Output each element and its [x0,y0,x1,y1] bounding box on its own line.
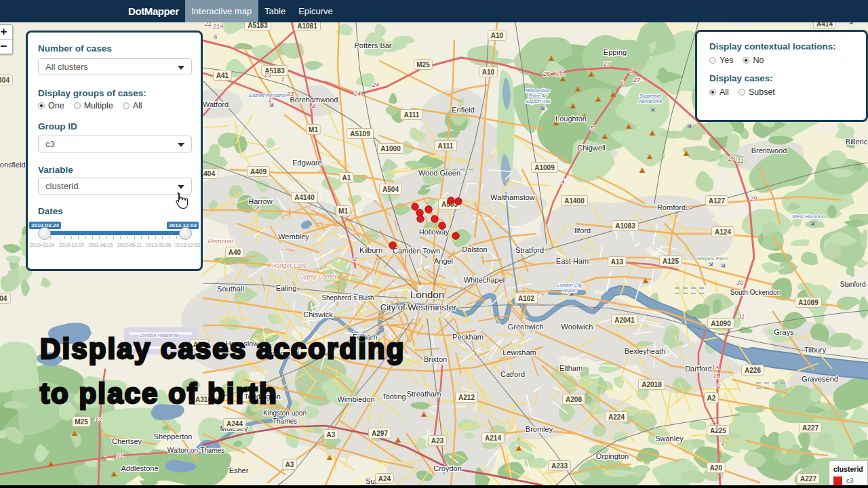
svg-text:24: 24 [353,90,361,97]
svg-text:A404: A404 [0,77,9,84]
svg-text:1: 1 [721,439,724,446]
svg-text:A227: A227 [802,424,818,432]
svg-text:Watford: Watford [203,100,229,108]
svg-text:Southall: Southall [217,285,244,293]
svg-text:6: 6 [629,68,633,75]
svg-text:26: 26 [542,70,550,77]
svg-text:Esher: Esher [229,466,249,474]
svg-text:3: 3 [714,424,717,430]
svg-text:A1089: A1089 [798,299,818,306]
svg-text:Ealing: Ealing [276,284,297,292]
svg-text:Gypsy Corner: Gypsy Corner [299,273,338,280]
svg-text:Brixton: Brixton [424,355,447,363]
svg-text:Support Unit: Support Unit [526,99,551,104]
svg-text:A1081: A1081 [297,22,317,30]
svg-text:A297: A297 [372,430,388,437]
svg-text:Potters Bar: Potters Bar [354,41,391,49]
svg-text:A1090: A1090 [711,320,731,327]
svg-text:Epping: Epping [604,48,627,56]
svg-text:London City: London City [557,283,583,288]
svg-text:Thames: Thames [273,418,297,425]
svg-text:Gravesend: Gravesend [802,375,838,383]
svg-text:Bexleyheath: Bexleyheath [625,347,666,355]
svg-text:1: 1 [268,96,271,103]
svg-text:A102: A102 [518,295,534,302]
svg-text:A1: A1 [342,174,351,182]
svg-text:Wood Green: Wood Green [418,169,460,177]
svg-text:4: 4 [256,205,259,211]
svg-text:London: London [410,289,444,300]
svg-text:Camden Town: Camden Town [393,247,440,255]
svg-text:A5109: A5109 [350,130,370,138]
svg-text:Loughton: Loughton [555,115,587,123]
svg-text:Enfield: Enfield [452,106,475,114]
svg-text:A1083: A1083 [615,222,635,230]
svg-text:Croydon: Croydon [433,464,462,472]
svg-text:1B: 1B [713,373,720,380]
svg-text:A214: A214 [485,434,501,442]
svg-text:A409: A409 [250,168,267,176]
svg-text:Airport: Airport [562,288,578,293]
svg-text:Brentwood: Brentwood [751,146,787,155]
svg-text:A2: A2 [707,394,716,402]
svg-text:Walton-on-Thames: Walton-on-Thames [167,447,225,454]
svg-text:A40: A40 [229,249,241,256]
svg-text:A1009: A1009 [534,164,555,171]
svg-text:A4140: A4140 [294,194,315,201]
svg-text:Whitechapel: Whitechapel [464,276,505,284]
svg-text:Peckham: Peckham [452,333,484,341]
svg-text:M1: M1 [309,126,318,134]
svg-text:27: 27 [603,60,611,67]
svg-text:A227: A227 [800,475,816,483]
svg-text:Addlestone: Addlestone [121,464,158,472]
svg-text:Eltham: Eltham [559,364,583,372]
svg-text:A2018: A2018 [642,381,662,388]
svg-text:M25: M25 [416,61,430,68]
svg-text:South Ockendon: South Ockendon [730,289,781,296]
svg-text:A13: A13 [611,258,624,266]
svg-text:Wembley: Wembley [278,232,309,241]
svg-text:23: 23 [286,91,294,98]
svg-text:Walthamstow: Walthamstow [490,193,535,201]
svg-text:29: 29 [749,195,757,202]
svg-text:A212: A212 [458,394,475,401]
svg-text:Shepherd´s Bush: Shepherd´s Bush [321,294,374,302]
svg-text:6: 6 [214,33,217,40]
svg-text:A23: A23 [431,437,444,445]
svg-text:1A: 1A [711,364,719,371]
svg-text:A125: A125 [663,258,679,265]
svg-text:A3: A3 [327,431,336,439]
svg-text:A1000: A1000 [380,145,401,152]
svg-text:28: 28 [728,155,735,162]
svg-text:Gerpins Farm: Gerpins Farm [696,256,728,262]
svg-text:consfield: consfield [0,161,26,169]
svg-text:Shepperton: Shepperton [154,432,193,441]
svg-text:A2041: A2041 [614,317,635,324]
svg-text:Police Air: Police Air [528,94,547,98]
svg-text:Holloway: Holloway [419,228,450,236]
svg-text:A111: A111 [438,142,454,150]
svg-text:A41: A41 [216,72,229,79]
svg-text:M1: M1 [338,207,348,215]
svg-text:1: 1 [281,76,284,83]
svg-text:24: 24 [372,81,379,88]
svg-text:Lewisham: Lewisham [502,348,536,357]
svg-text:30: 30 [736,279,743,286]
svg-text:Metropolitan: Metropolitan [526,88,550,94]
svg-text:12: 12 [95,416,102,423]
svg-text:11: 11 [737,157,743,164]
svg-text:Swanley: Swanley [655,434,684,443]
svg-text:... Memorial: ... Memorial [201,238,233,245]
svg-text:A1400: A1400 [564,197,585,205]
svg-text:Dalston: Dalston [462,245,487,253]
svg-text:31: 31 [738,313,745,320]
svg-text:A20: A20 [710,464,723,472]
svg-text:A10: A10 [482,68,495,76]
svg-text:6: 6 [620,79,623,86]
svg-text:Bromley: Bromley [526,425,553,433]
svg-text:Ilford: Ilford [574,226,591,235]
svg-text:A225: A225 [710,427,726,434]
svg-text:A124: A124 [715,228,731,236]
svg-text:23: 23 [264,71,271,78]
svg-text:City of Westminster: City of Westminster [380,302,457,312]
